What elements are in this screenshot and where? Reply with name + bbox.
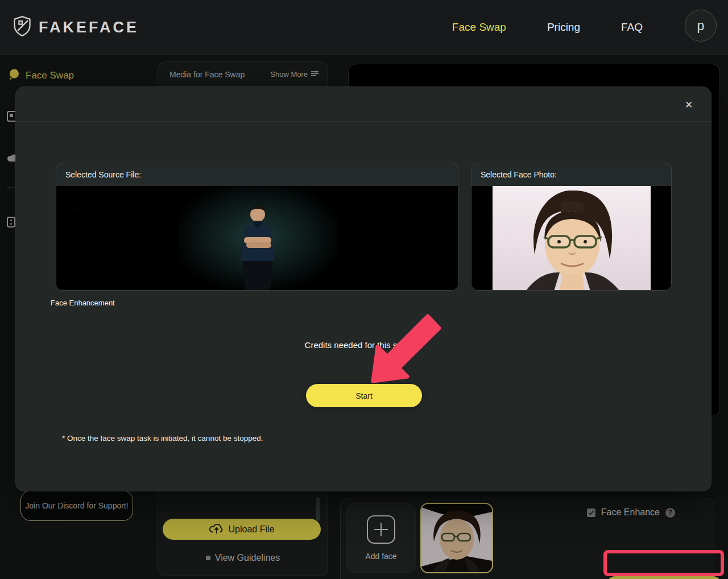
modal-header-divider [16,121,711,122]
selected-face-photo-panel: Selected Face Photo: [471,163,672,291]
top-header: FAKEFACE Face Swap Pricing FAQ p [0,0,728,55]
main-nav: Face Swap Pricing FAQ [452,21,643,34]
brand-name: FAKEFACE [39,19,139,36]
nav-face-swap[interactable]: Face Swap [452,21,506,34]
nav-pricing[interactable]: Pricing [547,21,580,34]
source-panel-title: Selected Source File: [56,163,458,186]
selected-source-file-panel: Selected Source File: [56,163,458,291]
shield-logo-icon [14,16,31,39]
face-enhancement-label: Face Enhancement [51,299,115,307]
confirm-swap-modal: ✕ Selected Source File: [15,86,712,491]
close-icon[interactable]: ✕ [679,95,698,114]
user-avatar[interactable]: p [685,10,717,42]
disclaimer-text: * Once the face swap task is initiated, … [62,434,263,442]
nav-faq[interactable]: FAQ [621,21,643,34]
app-window: FAKEFACE Face Swap Pricing FAQ p Face Sw… [0,0,728,579]
face-photo-preview [471,186,671,291]
avatar-initial: p [697,18,705,34]
credits-needed-text: Credits needed for this swap: 2 [16,340,711,350]
face-photo-image [493,186,651,291]
brand[interactable]: FAKEFACE [14,16,139,39]
source-file-preview [56,186,458,291]
face-panel-title: Selected Face Photo: [471,163,671,186]
modal-start-button[interactable]: Start [306,384,422,407]
